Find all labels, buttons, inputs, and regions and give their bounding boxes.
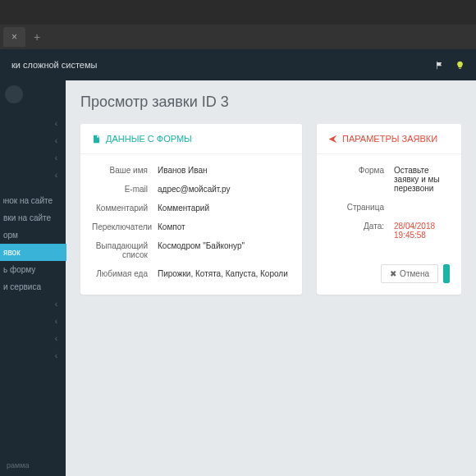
panel-header: ПАРАМЕТРЫ ЗАЯВКИ [317,124,461,154]
field-value: Компот [158,222,291,231]
sidebar-item-label: вонок на сайте [3,196,57,205]
form-row: Ваше имяИванов Иван [92,161,291,180]
field-label: Дата: [328,222,394,231]
panel-title: ПАРАМЕТРЫ ЗАЯВКИ [342,134,437,144]
params-panel: ПАРАМЕТРЫ ЗАЯВКИ ФормаОставьте заявку и … [317,124,461,295]
param-row: Дата:28/04/2018 19:45:58 [328,217,450,245]
field-label: Комментарий [92,204,158,213]
chevron-left-icon: ‹ [55,136,57,145]
chevron-left-icon: ‹ [55,171,57,180]
sidebar-item-label: орм [3,231,57,240]
sidebar-item[interactable]: ‹ [0,167,66,184]
sidebar-item[interactable]: ь форму [0,261,66,278]
flag-icon[interactable] [435,61,444,70]
field-label: Переключатели [92,222,158,231]
app-header: ки сложной системы [0,49,476,80]
field-value: Пирожки, Котята, Капуста, Короли [158,269,291,278]
form-row: Любимая едаПирожки, Котята, Капуста, Кор… [92,264,291,283]
sidebar-footer: рамма [0,455,66,476]
param-row: Страница [328,198,450,217]
header-icons [435,61,465,70]
sidebar-item[interactable]: орм [0,227,66,244]
field-value: Комментарий [158,204,291,213]
form-row: E-mailадрес@мойсайт.ру [92,180,291,199]
field-value: Оставьте заявку и мы перезвони [394,166,450,193]
field-value: адрес@мойсайт.ру [158,185,291,194]
browser-tabbar: × + [0,25,476,49]
form-data-panel: ДАННЫЕ С ФОРМЫ Ваше имяИванов ИванE-mail… [80,124,302,295]
sidebar-item[interactable]: ‹ [0,313,66,330]
x-icon: ✖ [390,269,396,278]
field-label: Выпадающий список [92,241,158,259]
sidebar-item[interactable] [0,184,66,192]
field-label: Форма [328,166,394,175]
field-value: Иванов Иван [158,166,291,175]
sidebar-item-label: и сервиса [3,282,57,291]
form-row: Выпадающий списокКосмодром "Байконур" [92,236,291,264]
document-icon [92,135,101,144]
chevron-left-icon: ‹ [55,351,57,360]
sidebar-item[interactable]: ‹ [0,149,66,167]
chevron-left-icon: ‹ [55,334,57,343]
close-icon[interactable]: × [11,31,17,43]
page-title: Просмотр заявки ID 3 [80,94,461,111]
sidebar-item-label: явок [3,248,58,257]
chevron-left-icon: ‹ [55,300,57,309]
sidebar-item[interactable]: ‹ [0,295,66,313]
main-content: Просмотр заявки ID 3 ДАННЫЕ С ФОРМЫ Ваше… [66,80,476,476]
avatar[interactable] [5,85,23,103]
sidebar: ‹‹‹‹вонок на сайтевки на сайтеормявокь ф… [0,80,66,476]
chevron-left-icon: ‹ [55,317,57,326]
browser-tab[interactable]: × [3,27,25,47]
field-label: E-mail [92,185,158,194]
os-titlebar [0,0,476,25]
field-value: 28/04/2018 19:45:58 [394,222,450,240]
cancel-label: Отмена [400,269,429,278]
panel-title: ДАННЫЕ С ФОРМЫ [106,134,192,144]
sidebar-item[interactable]: вки на сайте [0,209,66,227]
form-row: КомментарийКомментарий [92,199,291,217]
panel-header: ДАННЫЕ С ФОРМЫ [80,124,302,154]
sidebar-item[interactable]: ‹ [0,132,66,149]
sidebar-item[interactable]: явок [0,244,66,261]
sidebar-item-label: ь форму [3,265,57,274]
sidebar-item[interactable]: ‹ [0,115,66,132]
panels: ДАННЫЕ С ФОРМЫ Ваше имяИванов ИванE-mail… [80,124,461,295]
confirm-button[interactable] [443,264,450,283]
field-value: Космодром "Байконур" [158,241,291,250]
sidebar-item[interactable]: вонок на сайте [0,192,66,209]
field-label: Ваше имя [92,166,158,175]
param-row: ФормаОставьте заявку и мы перезвони [328,161,450,198]
send-icon [328,135,337,144]
app-window: × + ки сложной системы ‹‹‹‹вонок на сайт… [0,0,476,476]
chevron-left-icon: ‹ [55,119,57,128]
sidebar-item[interactable]: ‹ [0,347,66,364]
header-title: ки сложной системы [11,60,97,70]
bulb-icon[interactable] [455,61,465,70]
sidebar-item[interactable]: ‹ [0,330,66,347]
new-tab-button[interactable]: + [25,30,48,43]
form-row: ПереключателиКомпот [92,217,291,236]
app-body: ‹‹‹‹вонок на сайтевки на сайтеормявокь ф… [0,80,476,476]
chevron-left-icon: ‹ [55,153,57,162]
sidebar-item-label: вки на сайте [3,213,57,222]
field-label: Страница [328,203,394,212]
field-label: Любимая еда [92,269,158,278]
cancel-button[interactable]: ✖ Отмена [381,264,438,283]
sidebar-item[interactable]: и сервиса [0,278,66,295]
